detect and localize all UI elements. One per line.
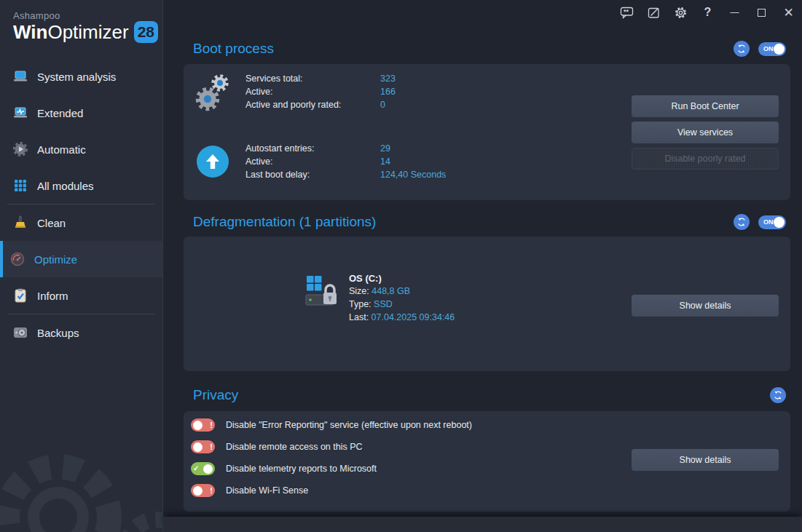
boot-on-toggle[interactable]: ON xyxy=(758,42,786,56)
sidebar-item-label: Inform xyxy=(37,290,68,302)
minimize-icon: — xyxy=(731,7,739,17)
sidebar-item-optimize[interactable]: Optimize xyxy=(0,241,162,277)
clipboard-check-icon xyxy=(13,288,28,303)
drive-type-row: Type: SSD xyxy=(349,299,455,312)
svg-text:**: ** xyxy=(624,7,629,15)
notes-button[interactable] xyxy=(640,1,667,23)
help-button[interactable]: ? xyxy=(694,1,721,23)
privacy-toggle-label: Disable remote access on this PC xyxy=(226,442,363,452)
feedback-icon: ** xyxy=(620,7,634,19)
autostart-up-arrow-icon xyxy=(197,146,229,178)
exclamation-icon: ! xyxy=(210,443,213,451)
sidebar: Ashampoo WinOptimizer 28 System analysis… xyxy=(0,0,163,532)
defrag-on-toggle[interactable]: ON xyxy=(758,215,786,229)
sidebar-item-inform[interactable]: Inform xyxy=(0,277,162,314)
telemetry-toggle[interactable]: ✓ xyxy=(191,462,215,475)
privacy-toggle-label: Disable Wi-Fi Sense xyxy=(226,485,308,496)
system-drive-icon xyxy=(304,274,341,312)
sidebar-item-all-modules[interactable]: All modules xyxy=(0,167,162,204)
broom-icon xyxy=(13,215,28,230)
toggle-knob xyxy=(774,217,785,228)
sidebar-item-label: Clean xyxy=(37,217,66,229)
stat-row: Active: 14 xyxy=(245,155,446,168)
winoptimizer-window: Ashampoo WinOptimizer 28 System analysis… xyxy=(0,0,802,532)
stat-row: Last boot delay: 124,40 Seconds xyxy=(245,168,446,181)
close-button[interactable]: ✕ xyxy=(775,1,802,23)
drive-last-row: Last: 07.04.2025 09:34:46 xyxy=(349,312,455,325)
logo-product: WinOptimizer 28 xyxy=(13,21,162,43)
gear-watermark xyxy=(0,401,163,532)
sidebar-item-backups[interactable]: Backups xyxy=(0,314,162,351)
defrag-refresh-button[interactable] xyxy=(734,214,750,230)
minimize-button[interactable]: — xyxy=(721,1,748,23)
logo-company: Ashampoo xyxy=(13,10,162,21)
stat-row: Active: 166 xyxy=(245,85,396,98)
notes-icon xyxy=(648,7,660,19)
exclamation-icon: ! xyxy=(210,487,213,495)
stat-value: 124,40 Seconds xyxy=(380,170,446,180)
sidebar-item-label: System analysis xyxy=(37,71,116,83)
remote-access-toggle[interactable]: ! xyxy=(191,440,215,453)
disable-poorly-rated-button[interactable]: Disable poorly rated xyxy=(632,148,779,170)
stat-label: Active: xyxy=(245,156,380,167)
sidebar-item-label: Extended xyxy=(37,107,83,119)
settings-button[interactable] xyxy=(667,1,694,23)
sidebar-item-label: Automatic xyxy=(37,143,86,156)
boot-refresh-button[interactable] xyxy=(734,41,750,57)
sidebar-nav: System analysis Extended Automatic All m… xyxy=(0,58,162,351)
backup-drive-icon xyxy=(13,325,28,340)
footer-strip xyxy=(163,517,802,532)
stat-label: Active and poorly rated: xyxy=(245,100,380,110)
version-badge: 28 xyxy=(134,21,158,43)
toggle-knob xyxy=(193,486,203,496)
privacy-toggle-label: Disable "Error Reporting" service (effec… xyxy=(226,420,472,430)
defragmentation-header: Defragmentation (1 partitions) ON xyxy=(184,211,790,233)
stat-value: 14 xyxy=(380,156,390,167)
refresh-icon xyxy=(736,44,747,54)
titlebar: ** ? — ✕ xyxy=(163,0,802,25)
stat-label: Services total: xyxy=(245,74,380,84)
wifi-sense-toggle[interactable]: ! xyxy=(191,484,215,497)
run-boot-center-button[interactable]: Run Boot Center xyxy=(632,95,779,117)
sidebar-item-automatic[interactable]: Automatic xyxy=(0,131,162,167)
refresh-icon xyxy=(736,217,747,227)
stat-label: Active: xyxy=(245,87,380,97)
refresh-icon xyxy=(773,390,783,400)
sidebar-item-label: Optimize xyxy=(34,253,77,266)
services-stats: Services total: 323 Active: 166 Active a… xyxy=(245,72,396,111)
drive-info: OS (C:) Size: 448,8 GB Type: SSD Last: 0… xyxy=(349,273,455,325)
boot-buttons: Run Boot Center View services Disable po… xyxy=(632,95,779,170)
maximize-icon xyxy=(758,9,766,17)
sidebar-item-extended[interactable]: Extended xyxy=(0,95,162,131)
toggle-knob xyxy=(193,421,203,430)
stat-label: Autostart entries: xyxy=(245,143,380,154)
sidebar-item-system-analysis[interactable]: System analysis xyxy=(0,58,162,95)
stat-row: Autostart entries: 29 xyxy=(245,142,446,155)
stat-value: 323 xyxy=(380,74,396,84)
auto-play-icon xyxy=(13,142,28,156)
privacy-show-details-button[interactable]: Show details xyxy=(632,449,779,471)
privacy-refresh-button[interactable] xyxy=(770,387,786,403)
view-services-button[interactable]: View services xyxy=(632,122,779,143)
sidebar-item-clean[interactable]: Clean xyxy=(0,205,162,241)
toggle-knob xyxy=(774,44,785,55)
privacy-toggle-list: ! Disable "Error Reporting" service (eff… xyxy=(191,414,472,501)
boot-process-header: Boot process ON xyxy=(184,38,790,60)
privacy-row-remote-access: ! Disable remote access on this PC xyxy=(191,436,472,458)
feedback-button[interactable]: ** xyxy=(613,1,640,23)
privacy-header: Privacy xyxy=(184,384,790,406)
error-reporting-toggle[interactable]: ! xyxy=(191,418,215,432)
toggle-knob xyxy=(203,464,213,474)
stat-label: Last boot delay: xyxy=(245,170,380,180)
laptop-icon xyxy=(13,69,28,84)
gear-icon xyxy=(674,6,688,20)
sidebar-item-label: Backups xyxy=(37,327,79,339)
defrag-show-details-button[interactable]: Show details xyxy=(632,295,779,317)
app-logo: Ashampoo WinOptimizer 28 xyxy=(0,0,162,48)
maximize-button[interactable] xyxy=(748,1,775,23)
privacy-card: ! Disable "Error Reporting" service (eff… xyxy=(184,411,790,512)
boot-process-title: Boot process xyxy=(184,41,274,57)
help-icon: ? xyxy=(704,6,712,19)
stat-row: Services total: 323 xyxy=(245,72,396,85)
autostart-stats: Autostart entries: 29 Active: 14 Last bo… xyxy=(245,142,446,181)
